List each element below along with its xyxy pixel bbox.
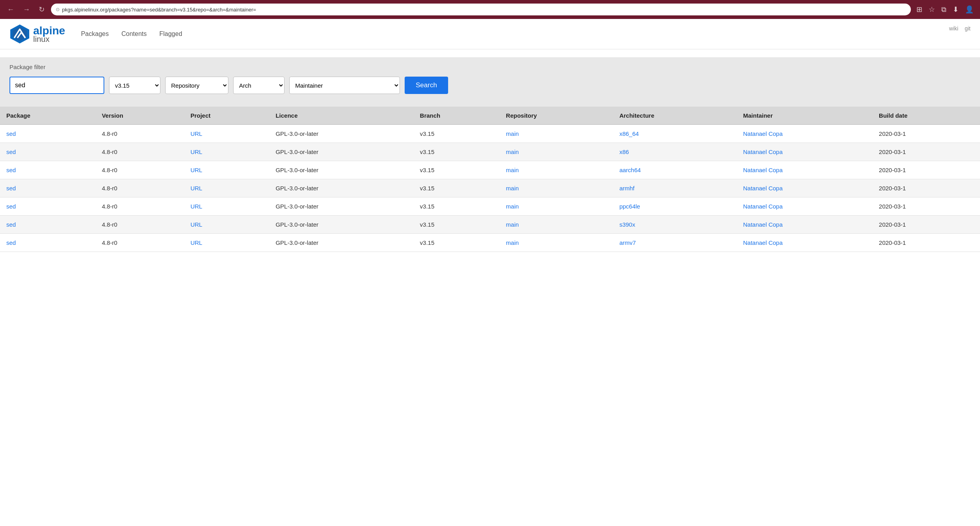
cell-repository: main — [499, 216, 613, 234]
git-link[interactable]: git — [965, 25, 971, 32]
architecture-link[interactable]: x86 — [619, 148, 629, 155]
repository-select[interactable]: Repository main community testing — [165, 77, 228, 94]
cell-version: 4.8-r0 — [96, 197, 184, 216]
repository-link[interactable]: main — [506, 130, 519, 137]
table-row: sed 4.8-r0 URL GPL-3.0-or-later v3.15 ma… — [0, 197, 980, 216]
package-link[interactable]: sed — [6, 185, 16, 192]
results-table-container: Package Version Project Licence Branch R… — [0, 107, 980, 252]
maintainer-link[interactable]: Natanael Copa — [743, 130, 782, 137]
table-body: sed 4.8-r0 URL GPL-3.0-or-later v3.15 ma… — [0, 125, 980, 252]
project-link[interactable]: URL — [190, 239, 202, 246]
cell-package: sed — [0, 197, 96, 216]
maintainer-select[interactable]: Maintainer Natanael Copa — [289, 77, 400, 94]
cell-version: 4.8-r0 — [96, 216, 184, 234]
lock-icon: ⊙ — [56, 7, 60, 12]
cell-branch: v3.15 — [414, 179, 500, 197]
architecture-link[interactable]: aarch64 — [619, 167, 641, 173]
back-button[interactable]: ← — [5, 4, 17, 15]
repository-link[interactable]: main — [506, 148, 519, 155]
architecture-link[interactable]: x86_64 — [619, 130, 639, 137]
table-header: Package Version Project Licence Branch R… — [0, 107, 980, 125]
nav-packages[interactable]: Packages — [81, 30, 109, 38]
cell-build-date: 2020-03-1 — [873, 197, 980, 216]
maintainer-link[interactable]: Natanael Copa — [743, 185, 782, 192]
logo-area: alpine linux — [9, 24, 65, 44]
cell-version: 4.8-r0 — [96, 143, 184, 161]
cell-repository: main — [499, 161, 613, 179]
nav-flagged[interactable]: Flagged — [159, 30, 182, 38]
maintainer-link[interactable]: Natanael Copa — [743, 148, 782, 155]
cell-build-date: 2020-03-1 — [873, 234, 980, 252]
project-link[interactable]: URL — [190, 185, 202, 192]
package-name-input[interactable] — [9, 77, 104, 94]
cell-maintainer: Natanael Copa — [737, 125, 873, 143]
architecture-link[interactable]: armv7 — [619, 239, 636, 246]
cell-maintainer: Natanael Copa — [737, 197, 873, 216]
architecture-select[interactable]: Arch x86_64 x86 aarch64 armhf ppc64le s3… — [233, 77, 285, 94]
cell-repository: main — [499, 143, 613, 161]
package-link[interactable]: sed — [6, 130, 16, 137]
project-link[interactable]: URL — [190, 167, 202, 173]
cell-repository: main — [499, 125, 613, 143]
package-link[interactable]: sed — [6, 148, 16, 155]
cell-architecture: aarch64 — [613, 161, 737, 179]
repository-link[interactable]: main — [506, 185, 519, 192]
maintainer-link[interactable]: Natanael Copa — [743, 203, 782, 210]
translate-icon[interactable]: ⊞ — [915, 4, 924, 15]
profile-icon[interactable]: 👤 — [963, 4, 975, 15]
cell-maintainer: Natanael Copa — [737, 179, 873, 197]
cell-package: sed — [0, 216, 96, 234]
cell-repository: main — [499, 197, 613, 216]
project-link[interactable]: URL — [190, 203, 202, 210]
extensions-icon[interactable]: ⧉ — [940, 4, 948, 15]
maintainer-link[interactable]: Natanael Copa — [743, 221, 782, 228]
url-bar[interactable]: ⊙ pkgs.alpinelinux.org/packages?name=sed… — [51, 4, 911, 15]
project-link[interactable]: URL — [190, 148, 202, 155]
nav-contents[interactable]: Contents — [121, 30, 147, 38]
project-link[interactable]: URL — [190, 221, 202, 228]
architecture-link[interactable]: ppc64le — [619, 203, 640, 210]
table-row: sed 4.8-r0 URL GPL-3.0-or-later v3.15 ma… — [0, 234, 980, 252]
cell-version: 4.8-r0 — [96, 161, 184, 179]
maintainer-link[interactable]: Natanael Copa — [743, 239, 782, 246]
site-meta-links: wiki git — [949, 25, 971, 32]
cell-project: URL — [184, 234, 270, 252]
package-link[interactable]: sed — [6, 167, 16, 173]
repository-link[interactable]: main — [506, 221, 519, 228]
architecture-link[interactable]: s390x — [619, 221, 635, 228]
col-repository: Repository — [499, 107, 613, 125]
col-version: Version — [96, 107, 184, 125]
maintainer-link[interactable]: Natanael Copa — [743, 167, 782, 173]
bookmark-icon[interactable]: ☆ — [927, 4, 937, 15]
cell-version: 4.8-r0 — [96, 234, 184, 252]
forward-button[interactable]: → — [21, 4, 32, 15]
download-icon[interactable]: ⬇ — [951, 4, 960, 15]
cell-build-date: 2020-03-1 — [873, 143, 980, 161]
package-link[interactable]: sed — [6, 203, 16, 210]
refresh-button[interactable]: ↻ — [36, 4, 47, 15]
cell-build-date: 2020-03-1 — [873, 125, 980, 143]
col-project: Project — [184, 107, 270, 125]
architecture-link[interactable]: armhf — [619, 185, 634, 192]
repository-link[interactable]: main — [506, 203, 519, 210]
project-link[interactable]: URL — [190, 130, 202, 137]
col-build-date: Build date — [873, 107, 980, 125]
logo-text: alpine linux — [33, 24, 65, 44]
package-link[interactable]: sed — [6, 239, 16, 246]
cell-maintainer: Natanael Copa — [737, 234, 873, 252]
cell-maintainer: Natanael Copa — [737, 161, 873, 179]
cell-project: URL — [184, 125, 270, 143]
url-text: pkgs.alpinelinux.org/packages?name=sed&b… — [62, 7, 906, 13]
wiki-link[interactable]: wiki — [949, 25, 958, 32]
cell-branch: v3.15 — [414, 125, 500, 143]
cell-branch: v3.15 — [414, 161, 500, 179]
package-link[interactable]: sed — [6, 221, 16, 228]
search-button[interactable]: Search — [405, 77, 448, 94]
cell-package: sed — [0, 179, 96, 197]
repository-link[interactable]: main — [506, 239, 519, 246]
alpine-logo — [9, 24, 30, 44]
branch-select[interactable]: v3.15 edge v3.14 v3.13 — [109, 77, 160, 94]
cell-branch: v3.15 — [414, 216, 500, 234]
cell-repository: main — [499, 179, 613, 197]
repository-link[interactable]: main — [506, 167, 519, 173]
